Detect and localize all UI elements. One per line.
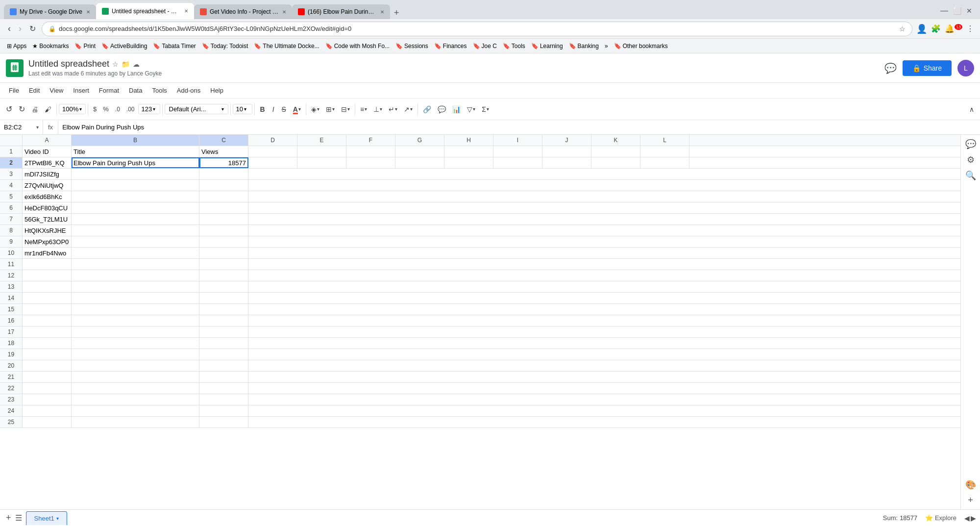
row-num-3[interactable]: 3 — [0, 169, 23, 179]
row-num-5[interactable]: 5 — [0, 191, 23, 202]
row-num-7[interactable]: 7 — [0, 214, 23, 225]
cell-a10[interactable]: mr1ndFb4Nwo — [23, 248, 72, 258]
add-sheet-button[interactable]: + — [4, 513, 13, 523]
sheet-list-button[interactable]: ☰ — [13, 513, 24, 523]
sheet-tab-sheet1[interactable]: Sheet1 ▾ — [26, 511, 67, 525]
row-num-25[interactable]: 25 — [0, 417, 23, 427]
sheet-tab-dropdown[interactable]: ▾ — [56, 516, 59, 521]
col-header-k[interactable]: K — [591, 135, 640, 146]
cell-c5[interactable] — [199, 191, 248, 202]
row-num-13[interactable]: 13 — [0, 281, 23, 292]
function-button[interactable]: Σ ▾ — [479, 103, 492, 115]
italic-button[interactable]: I — [269, 103, 278, 115]
font-color-button[interactable]: A ▾ — [290, 103, 304, 115]
sidebar-comments-icon[interactable]: 💬 — [965, 139, 976, 150]
bookmark-activebuilding[interactable]: 🔖 ActiveBuilding — [98, 41, 150, 51]
row-num-24[interactable]: 24 — [0, 405, 23, 416]
col-header-a[interactable]: A — [23, 135, 72, 146]
cell-e1[interactable] — [297, 146, 346, 157]
cell-i2[interactable] — [493, 157, 542, 168]
scroll-left-button[interactable]: ◀ — [964, 514, 970, 522]
cell-b3[interactable] — [72, 169, 199, 179]
comments-icon[interactable]: 💬 — [884, 62, 897, 74]
cell-f1[interactable] — [346, 146, 395, 157]
col-header-l[interactable]: L — [640, 135, 689, 146]
bookmark-print[interactable]: 🔖 Print — [72, 41, 98, 51]
link-button[interactable]: 🔗 — [420, 103, 434, 115]
menu-file[interactable]: File — [4, 85, 24, 96]
doc-title[interactable]: Untitled spreadsheet — [28, 59, 109, 69]
cell-b1[interactable]: Title — [72, 146, 199, 157]
bookmark-star-icon[interactable]: ☆ — [899, 25, 906, 33]
cell-b9[interactable] — [72, 236, 199, 247]
cell-b8[interactable] — [72, 225, 199, 236]
menu-addons[interactable]: Add-ons — [172, 85, 205, 96]
comment-button[interactable]: 💬 — [435, 103, 449, 115]
currency-button[interactable]: $ — [90, 103, 99, 115]
cell-h2[interactable] — [444, 157, 493, 168]
bookmark-mosh[interactable]: 🔖 Code with Mosh Fo... — [322, 41, 392, 51]
fill-color-button[interactable]: ◈ ▾ — [308, 103, 322, 115]
forward-button[interactable]: › — [17, 22, 24, 36]
row-num-1[interactable]: 1 — [0, 146, 23, 157]
row-num-10[interactable]: 10 — [0, 248, 23, 258]
row-num-20[interactable]: 20 — [0, 360, 23, 371]
chart-button[interactable]: 📊 — [449, 103, 464, 115]
menu-help[interactable]: Help — [205, 85, 228, 96]
cell-k2[interactable] — [591, 157, 640, 168]
valign-button[interactable]: ⊥ ▾ — [370, 103, 385, 115]
col-header-c[interactable]: C — [199, 135, 248, 146]
borders-button[interactable]: ⊞ ▾ — [323, 103, 338, 115]
tab-close-drive[interactable]: ✕ — [86, 9, 90, 15]
avatar[interactable]: L — [957, 60, 974, 76]
rotate-button[interactable]: ↗ ▾ — [401, 103, 416, 115]
cell-k1[interactable] — [591, 146, 640, 157]
print-button[interactable]: 🖨 — [28, 103, 41, 115]
cell-g1[interactable] — [395, 146, 444, 157]
cell-i1[interactable] — [493, 146, 542, 157]
settings-icon[interactable]: ⋮ — [966, 24, 974, 33]
cell-b2[interactable]: Elbow Pain During Push Ups — [72, 157, 199, 168]
sidebar-explore-icon[interactable]: 🔍 — [965, 170, 976, 181]
minimize-button[interactable]: — — [940, 6, 948, 15]
cell-b6[interactable] — [72, 202, 199, 213]
bookmark-joec[interactable]: 🔖 Joe C — [470, 41, 500, 51]
col-header-h[interactable]: H — [444, 135, 493, 146]
format-num-selector[interactable]: 123 ▾ — [138, 104, 160, 114]
bookmark-docker[interactable]: 🔖 The Ultimate Docke... — [251, 41, 322, 51]
font-size-selector[interactable]: 10 ▾ — [233, 104, 252, 114]
row-num-23[interactable]: 23 — [0, 394, 23, 405]
cell-c8[interactable] — [199, 225, 248, 236]
cell-g2[interactable] — [395, 157, 444, 168]
bookmark-banking[interactable]: 🔖 Banking — [566, 41, 602, 51]
font-name-selector[interactable]: Default (Ari... ▾ — [165, 104, 228, 114]
col-header-d[interactable]: D — [248, 135, 297, 146]
move-doc-icon[interactable]: 📁 — [122, 60, 130, 68]
cell-l2[interactable] — [640, 157, 689, 168]
halign-button[interactable]: ≡ ▾ — [357, 103, 370, 115]
wrap-button[interactable]: ↵ ▾ — [386, 103, 400, 115]
cell-c6[interactable] — [199, 202, 248, 213]
paint-format-button[interactable]: 🖌 — [42, 103, 54, 115]
cell-d1[interactable] — [248, 146, 297, 157]
maximize-button[interactable]: ⬜ — [953, 7, 961, 15]
extensions-icon[interactable]: 🧩 — [931, 24, 941, 33]
menu-edit[interactable]: Edit — [24, 85, 45, 96]
row-num-4[interactable]: 4 — [0, 180, 23, 191]
tab-drive[interactable]: My Drive - Google Drive ✕ — [4, 4, 96, 19]
cell-a2[interactable]: 2TPwtBl6_KQ — [23, 157, 72, 168]
cell-a8[interactable]: HtQIKXsRJHE — [23, 225, 72, 236]
cell-c1[interactable]: Views — [199, 146, 248, 157]
menu-data[interactable]: Data — [124, 85, 147, 96]
cell-c9[interactable] — [199, 236, 248, 247]
tab-yt[interactable]: (166) Elbow Pain During Push Up... ✕ — [292, 4, 390, 19]
row-num-16[interactable]: 16 — [0, 315, 23, 326]
decimal-inc-button[interactable]: .00 — [123, 104, 138, 115]
share-button[interactable]: 🔒 Share — [903, 60, 952, 76]
bookmark-tools[interactable]: 🔖 Tools — [500, 41, 528, 51]
menu-insert[interactable]: Insert — [68, 85, 94, 96]
bookmark-finances[interactable]: 🔖 Finances — [431, 41, 470, 51]
decimal-dec-button[interactable]: .0 — [112, 104, 123, 115]
cell-ref-dropdown[interactable]: ▾ — [36, 125, 39, 130]
font-color-dropdown[interactable]: ▾ — [298, 106, 301, 112]
